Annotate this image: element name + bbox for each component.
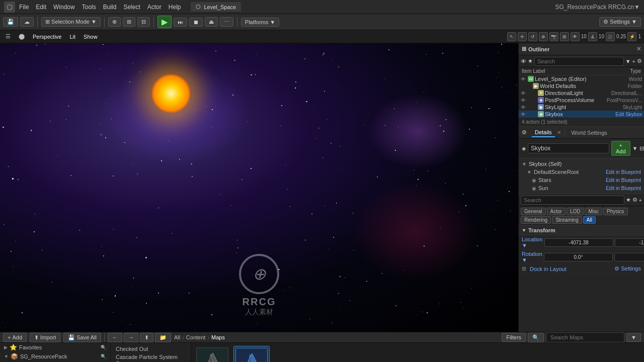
sg-search[interactable]: 🔍 — [101, 354, 106, 359]
vp-cam-speed-icon[interactable]: 🎥 — [606, 32, 615, 41]
cb-history-back[interactable]: ← — [108, 333, 122, 342]
eye-toggle[interactable]: 👁 — [521, 58, 526, 64]
outliner-item[interactable]: 👁 ◈ PostProcessVolume PostProcessV... — [519, 97, 644, 104]
menu-actor[interactable]: Actor — [147, 4, 162, 11]
settings-icon[interactable]: ⚙ — [637, 58, 642, 64]
vp-angle-icon[interactable]: ∡ — [588, 32, 597, 41]
filter-button[interactable]: Filters — [502, 333, 526, 342]
dock-label[interactable]: Dock in Layout — [530, 266, 567, 272]
search-icon-btn[interactable]: 🔍 — [528, 333, 544, 342]
default-scene-root-row[interactable]: ▼ DefaultSceneRoot Edit in Blueprint — [522, 168, 641, 176]
platforms-button[interactable]: Platforms ▼ — [241, 18, 279, 27]
outliner-search[interactable] — [534, 57, 624, 66]
filter-general[interactable]: General — [521, 208, 546, 215]
lit-button[interactable]: Lit — [67, 33, 78, 41]
filter-streaming[interactable]: Streaming — [552, 216, 582, 224]
stop-button[interactable]: ⏹ — [189, 18, 203, 27]
tab-world-settings[interactable]: World Settings — [568, 129, 610, 137]
location-y[interactable] — [615, 238, 644, 247]
filter-rendering[interactable]: Rendering — [521, 216, 551, 224]
snap-button[interactable]: ⊞ — [123, 17, 135, 27]
filter-actor[interactable]: Actor — [547, 208, 566, 215]
source-control-button[interactable]: ☁ — [20, 17, 34, 27]
asset-item-assets[interactable]: Assets Level — [194, 346, 230, 362]
menu-help[interactable]: Help — [169, 4, 181, 11]
tree-favorites[interactable]: ▶ ⭐ Favorites 🔍 — [0, 343, 110, 352]
vp-scale-icon[interactable]: ⊕ — [539, 32, 548, 41]
grid-button[interactable]: ⊟ — [137, 17, 150, 27]
edit-bp-link-1[interactable]: Edit in Blueprint — [606, 169, 641, 175]
vp-grid-icon[interactable]: ⊞ — [560, 32, 569, 41]
content-search[interactable] — [546, 332, 624, 342]
filter-checked-out[interactable]: Checked Out — [111, 345, 191, 353]
location-x[interactable] — [544, 238, 613, 247]
add-content-button[interactable]: + Add — [3, 333, 27, 342]
vp-move-icon[interactable]: ✛ — [518, 32, 527, 41]
menu-select[interactable]: Select — [123, 4, 140, 11]
menu-edit[interactable]: Edit — [36, 4, 46, 11]
add-component-button[interactable]: + Add — [611, 141, 630, 156]
rotation-x[interactable] — [544, 253, 613, 261]
details-search[interactable] — [521, 196, 624, 205]
breadcrumb-content[interactable]: Content — [186, 334, 206, 340]
transform-button[interactable]: ⊕ — [108, 17, 121, 27]
details-settings-btn[interactable]: ⚙ Settings — [614, 265, 641, 272]
filter-all[interactable]: All — [583, 216, 596, 224]
location-dropdown[interactable]: Location ▼ — [522, 236, 543, 248]
play-button[interactable]: ▶ — [157, 16, 172, 28]
tab-close-details[interactable]: ✕ — [557, 130, 561, 135]
menu-file[interactable]: File — [19, 4, 29, 11]
filter-icon[interactable]: ▼ — [625, 58, 631, 64]
outliner-item[interactable]: 👁 ◉ SkyLight SkyLight — [519, 104, 644, 111]
outliner-close-button[interactable]: ✕ — [636, 46, 641, 52]
outliner-item[interactable]: 👁 W Level_Space (Editor) World — [519, 75, 644, 82]
search-options-btn[interactable]: ▼ — [626, 333, 641, 342]
perspective-button[interactable]: Perspective — [30, 33, 64, 41]
vp-realtime-button[interactable]: ⬤ — [16, 32, 27, 41]
filter-cascade[interactable]: Cascade Particle System (Le... — [111, 353, 191, 362]
rotation-dropdown[interactable]: Rotation ▼ — [522, 251, 542, 263]
add-chevron[interactable]: ▼ — [632, 145, 638, 151]
menu-window[interactable]: Window — [53, 4, 75, 11]
viewport[interactable]: ⊕ RRCG 人人素材 — [0, 43, 518, 332]
transform-section[interactable]: ▼ Transform — [519, 226, 644, 235]
settings-button[interactable]: ⚙ Settings ▼ — [599, 17, 641, 27]
sun-row[interactable]: ◉ Sun Edit in Blueprint — [522, 184, 641, 192]
step-button[interactable]: ⏭ — [174, 18, 187, 27]
vp-rotate-icon[interactable]: ↺ — [528, 32, 537, 41]
more-button[interactable]: ⋯ — [220, 17, 233, 27]
save-button[interactable]: 💾 — [3, 17, 18, 27]
star-filter[interactable]: ★ — [528, 58, 533, 64]
tree-sg-resource[interactable]: ▼ 📦 SG_ResourcePack 🔍 — [0, 352, 110, 361]
outliner-item[interactable]: 👁 ☀ DirectionalLight DirectionalL... — [519, 89, 644, 97]
selection-mode-button[interactable]: ⊞ Selection Mode ▼ — [41, 17, 101, 27]
vp-camera-icon[interactable]: 📷 — [549, 32, 558, 41]
show-button[interactable]: Show — [81, 33, 100, 41]
edit-bp-link-3[interactable]: Edit in Blueprint — [606, 186, 641, 191]
skybox-name-input[interactable] — [528, 143, 609, 153]
outliner-item[interactable]: 👁 ◈ Skybox Edit Skybox — [519, 111, 644, 118]
eject-button[interactable]: ⏏ — [205, 17, 218, 27]
details-filter-icon[interactable]: ★ — [626, 197, 631, 203]
level-tab[interactable]: ⬡ Level_Space — [191, 2, 241, 12]
outliner-item[interactable]: ▶ World Defaults Folder — [519, 82, 644, 89]
breadcrumb-all[interactable]: All — [174, 334, 180, 340]
filter-misc[interactable]: Misc — [585, 208, 602, 215]
tab-details[interactable]: Details — [532, 128, 555, 137]
vp-cursor-icon[interactable]: ↖ — [507, 32, 516, 41]
add-icon[interactable]: + — [632, 58, 635, 64]
asset-item-level-space[interactable]: Level_Space Level — [233, 346, 270, 362]
stars-row[interactable]: ◉ Stars Edit in Blueprint — [522, 176, 641, 184]
filter-physics[interactable]: Physics — [603, 208, 627, 215]
details-settings-icon[interactable]: ⚙ — [632, 197, 637, 203]
cb-history-fwd[interactable]: → — [124, 333, 138, 342]
edit-bp-link-2[interactable]: Edit in Blueprint — [606, 177, 641, 183]
rotation-y[interactable] — [614, 253, 644, 261]
breadcrumb-maps[interactable]: Maps — [211, 334, 225, 340]
import-button[interactable]: ⬆ Import — [30, 333, 60, 342]
cb-folder[interactable]: 📁 — [155, 333, 171, 342]
vp-menu-button[interactable]: ☰ — [3, 32, 13, 41]
component-settings[interactable]: ⊟ — [639, 145, 644, 152]
filter-lod[interactable]: LOD — [567, 208, 584, 215]
favorites-search[interactable]: 🔍 — [101, 345, 106, 350]
